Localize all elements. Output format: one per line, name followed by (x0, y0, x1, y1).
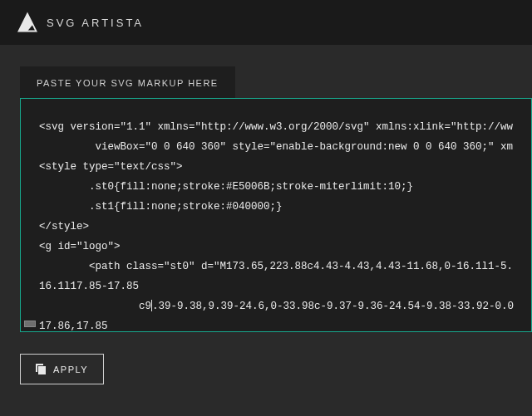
code-line: viewBox="0 0 640 360" style="enable-back… (39, 137, 516, 157)
scrollbar-thumb[interactable] (24, 321, 36, 327)
code-line: 16.1l17.85-17.85 (39, 277, 516, 296)
code-line: .st0{fill:none;stroke:#E5006B;stroke-mit… (39, 177, 516, 197)
apply-button[interactable]: APPLY (20, 354, 104, 384)
code-line: </style> (39, 217, 516, 237)
code-line: <path class="st0" d="M173.65,223.88c4.43… (39, 257, 516, 277)
apply-button-label: APPLY (53, 365, 88, 374)
horizontal-scrollbar[interactable] (24, 320, 528, 328)
app-header: SVG ARTISTA (0, 0, 532, 45)
logo-icon (17, 12, 38, 33)
main-panel: PASTE YOUR SVG MARKUP HERE <svg version=… (0, 45, 532, 384)
code-line: <svg version="1.1" xmlns="http://www.w3.… (39, 117, 516, 137)
copy-icon (36, 364, 47, 374)
code-line: .st1{fill:none;stroke:#040000;} (39, 197, 516, 217)
code-line: c9.39-9.38,9.39-24.6,0-33.98c-9.37-9.36-… (39, 296, 516, 316)
svg-code-editor[interactable]: <svg version="1.1" xmlns="http://www.w3.… (20, 98, 532, 332)
code-line: <g id="logo"> (39, 237, 516, 257)
code-line: <style type="text/css"> (39, 157, 516, 177)
brand-title: SVG ARTISTA (47, 17, 144, 29)
text-cursor (151, 300, 152, 311)
tab-paste-svg[interactable]: PASTE YOUR SVG MARKUP HERE (20, 66, 235, 98)
